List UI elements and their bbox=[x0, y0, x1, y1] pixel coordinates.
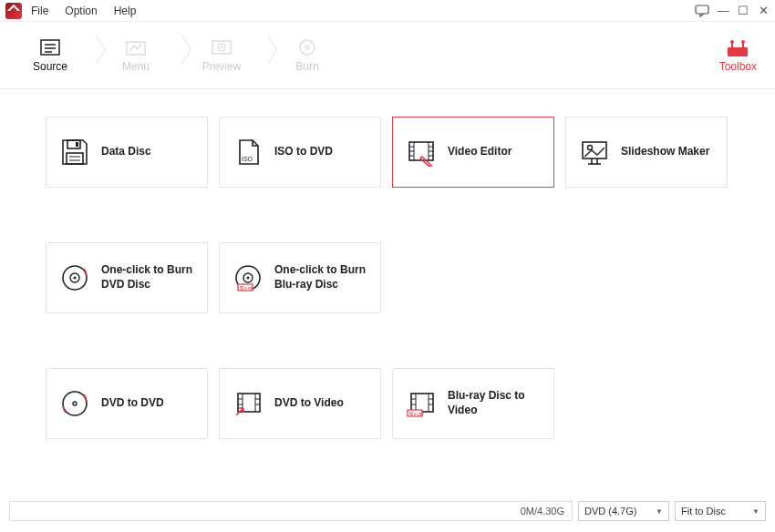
menu-step-icon bbox=[125, 38, 147, 56]
svg-point-15 bbox=[730, 40, 734, 44]
step-menu-label: Menu bbox=[122, 60, 150, 73]
chevron-icon bbox=[168, 34, 190, 77]
row-1: Data Disc ISO ISO to DVD Video Editor Sl… bbox=[46, 117, 729, 188]
card-dvd-to-dvd[interactable]: DVD to DVD bbox=[46, 368, 208, 439]
feedback-icon[interactable] bbox=[695, 5, 709, 17]
card-data-disc[interactable]: Data Disc bbox=[46, 117, 208, 188]
toolbox-grid: Data Disc ISO ISO to DVD Video Editor Sl… bbox=[0, 89, 775, 499]
svg-point-46 bbox=[73, 402, 77, 405]
step-preview-label: Preview bbox=[202, 60, 242, 73]
chevron-icon bbox=[82, 34, 104, 77]
svg-point-42 bbox=[247, 277, 250, 280]
svg-point-11 bbox=[311, 42, 313, 44]
maximize-button[interactable]: ☐ bbox=[737, 4, 749, 17]
minimize-button[interactable]: — bbox=[717, 4, 729, 17]
svg-point-33 bbox=[588, 146, 593, 150]
card-label: DVD to Video bbox=[274, 396, 344, 411]
titlebar: File Option Help — ☐ ✕ bbox=[0, 0, 775, 22]
card-oneclick-dvd[interactable]: One-click to Burn DVD Disc bbox=[46, 242, 208, 313]
svg-point-10 bbox=[305, 46, 309, 49]
toolbox-icon bbox=[725, 38, 750, 58]
source-icon bbox=[39, 38, 61, 56]
menu-option[interactable]: Option bbox=[65, 5, 97, 17]
card-label: Data Disc bbox=[101, 145, 151, 159]
card-iso-to-dvd[interactable]: ISO ISO to DVD bbox=[219, 117, 381, 188]
app-logo bbox=[5, 3, 22, 19]
iso-file-icon: ISO bbox=[232, 137, 264, 168]
svg-point-16 bbox=[741, 40, 745, 44]
menu-help[interactable]: Help bbox=[114, 5, 137, 17]
card-oneclick-bluray[interactable]: Blu-ray One-click to Burn Blu-ray Disc bbox=[219, 242, 381, 313]
toolbox-label: Toolbox bbox=[719, 60, 757, 73]
media-type-select[interactable]: DVD (4.7G) ▼ bbox=[578, 501, 669, 521]
step-burn[interactable]: Burn bbox=[275, 38, 339, 73]
card-label: Slideshow Maker bbox=[621, 145, 709, 159]
svg-rect-54 bbox=[411, 394, 433, 412]
film-export-icon bbox=[232, 388, 264, 419]
svg-text:Blu-ray: Blu-ray bbox=[409, 411, 424, 416]
window-controls: — ☐ ✕ bbox=[695, 4, 770, 17]
svg-rect-12 bbox=[728, 47, 748, 56]
step-source[interactable]: Source bbox=[18, 38, 82, 73]
menu-file[interactable]: File bbox=[31, 5, 48, 17]
svg-rect-32 bbox=[583, 142, 606, 159]
card-label: DVD to DVD bbox=[101, 396, 164, 411]
chevron-down-icon: ▼ bbox=[752, 507, 760, 516]
step-preview[interactable]: Preview bbox=[190, 38, 253, 73]
bluray-disc-icon: Blu-ray bbox=[232, 262, 264, 293]
row-3: DVD to DVD DVD to Video Blu-ray Blu-ray … bbox=[46, 368, 729, 439]
video-editor-icon bbox=[406, 137, 437, 168]
card-bluray-to-video[interactable]: Blu-ray Blu-ray Disc to Video bbox=[392, 368, 554, 439]
card-label: One-click to Burn DVD Disc bbox=[101, 263, 194, 292]
card-label: Video Editor bbox=[448, 145, 512, 159]
bluray-to-video-icon: Blu-ray bbox=[406, 388, 437, 419]
svg-rect-47 bbox=[238, 394, 260, 412]
svg-text:ISO: ISO bbox=[242, 156, 253, 162]
fit-mode-select[interactable]: Fit to Disc ▼ bbox=[675, 501, 766, 521]
floppy-disk-icon bbox=[59, 137, 90, 168]
burn-icon bbox=[296, 38, 318, 56]
preview-icon bbox=[211, 38, 232, 56]
media-type-value: DVD (4.7G) bbox=[584, 506, 636, 517]
chevron-down-icon: ▼ bbox=[656, 507, 663, 516]
disc-burn-icon bbox=[59, 262, 90, 293]
svg-point-45 bbox=[63, 392, 87, 415]
card-label: Blu-ray Disc to Video bbox=[448, 389, 541, 417]
disc-copy-icon bbox=[59, 388, 90, 419]
slideshow-icon bbox=[579, 137, 610, 168]
main-menu: File Option Help bbox=[31, 5, 136, 17]
svg-rect-18 bbox=[76, 142, 78, 147]
step-burn-label: Burn bbox=[295, 60, 318, 73]
status-bar: 0M/4.30G DVD (4.7G) ▼ Fit to Disc ▼ bbox=[0, 497, 775, 525]
close-button[interactable]: ✕ bbox=[757, 4, 770, 17]
svg-point-39 bbox=[74, 277, 77, 280]
toolbox-button[interactable]: Toolbox bbox=[719, 38, 757, 73]
svg-text:Blu-ray: Blu-ray bbox=[240, 285, 254, 291]
card-dvd-to-video[interactable]: DVD to Video bbox=[219, 368, 381, 439]
card-video-editor[interactable]: Video Editor bbox=[392, 117, 554, 188]
step-menu[interactable]: Menu bbox=[104, 38, 168, 73]
chevron-icon bbox=[253, 34, 275, 77]
svg-marker-8 bbox=[221, 46, 223, 49]
disc-usage: 0M/4.30G bbox=[9, 501, 573, 521]
step-source-label: Source bbox=[33, 60, 67, 73]
svg-rect-0 bbox=[696, 5, 708, 14]
row-2: One-click to Burn DVD Disc Blu-ray One-c… bbox=[46, 242, 729, 313]
card-label: ISO to DVD bbox=[274, 145, 333, 159]
card-label: One-click to Burn Blu-ray Disc bbox=[274, 263, 367, 292]
fit-mode-value: Fit to Disc bbox=[681, 506, 726, 517]
card-slideshow-maker[interactable]: Slideshow Maker bbox=[565, 117, 728, 188]
svg-rect-19 bbox=[67, 153, 83, 164]
step-bar: Source Menu Preview Burn Toolbox bbox=[0, 22, 775, 89]
